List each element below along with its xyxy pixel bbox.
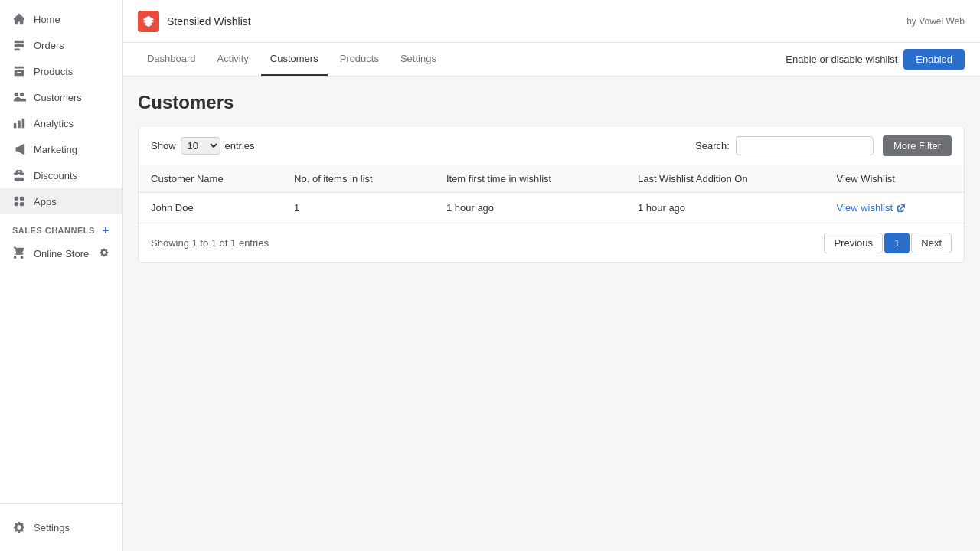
pagination-bar: Showing 1 to 1 of 1 entries Previous 1 N… [139,223,964,262]
sidebar-item-analytics[interactable]: Analytics [0,110,122,136]
col-items-count: No. of items in list [282,165,434,193]
orders-icon [12,38,26,52]
search-label: Search: [695,140,730,152]
products-icon [12,64,26,78]
sidebar-item-products-label: Products [34,66,73,77]
enable-toggle: Enable or disable wishlist Enabled [786,49,965,70]
external-link-icon [896,203,906,214]
sidebar: Home Orders Products Customers Analytics [0,0,122,551]
col-last-addition: Last Wishlist Addition On [626,165,825,193]
view-wishlist-link[interactable]: View wishlist [837,202,952,214]
page-1-button[interactable]: 1 [884,233,910,253]
sidebar-item-orders[interactable]: Orders [0,32,122,58]
cell-items-count: 1 [282,193,434,223]
nav-tabs: Dashboard Activity Customers Products Se… [138,43,446,76]
sidebar-item-apps[interactable]: Apps [0,188,122,214]
sales-channels-title: SALES CHANNELS + [0,214,122,240]
sidebar-footer-settings[interactable]: Settings [12,516,109,539]
sidebar-item-online-store[interactable]: Online Store [0,240,122,266]
sidebar-item-marketing-label: Marketing [34,144,77,155]
show-label: Show [151,140,176,152]
sidebar-item-discounts-label: Discounts [34,170,77,181]
sidebar-item-customers-label: Customers [34,92,82,103]
content-area: Customers Show 10 25 50 100 entries Sear [122,77,980,551]
sidebar-item-customers[interactable]: Customers [0,84,122,110]
table-row: John Doe 1 1 hour ago 1 hour ago View wi… [139,193,964,223]
table-header: Customer Name No. of items in list Item … [139,165,964,193]
search-box: Search: [695,136,874,155]
nav-tabs-bar: Dashboard Activity Customers Products Se… [122,43,980,77]
show-select[interactable]: 10 25 50 100 [181,137,220,155]
pagination-controls: Previous 1 Next [824,233,952,253]
sidebar-item-analytics-label: Analytics [34,118,74,129]
topbar-left: Stensiled Wishlist [138,11,251,32]
add-sales-channel-icon[interactable]: + [102,223,109,237]
sidebar-item-discounts[interactable]: Discounts [0,162,122,188]
customers-table: Customer Name No. of items in list Item … [139,165,964,223]
discounts-icon [12,168,26,182]
sidebar-item-home[interactable]: Home [0,6,122,32]
app-title: Stensiled Wishlist [167,15,251,28]
tab-products[interactable]: Products [331,43,388,76]
tab-dashboard[interactable]: Dashboard [138,43,205,76]
table-body: John Doe 1 1 hour ago 1 hour ago View wi… [139,193,964,223]
sidebar-footer-settings-label: Settings [34,522,70,533]
tab-customers[interactable]: Customers [261,43,328,76]
sidebar-item-online-store-label: Online Store [34,248,89,259]
sidebar-item-home-label: Home [34,14,60,25]
online-store-settings-icon[interactable] [99,247,109,260]
entries-label: entries [225,140,255,152]
sidebar-item-apps-label: Apps [34,196,57,207]
customers-icon [12,90,26,104]
analytics-icon [12,116,26,130]
topbar: Stensiled Wishlist by Vowel Web [122,0,980,43]
page-title: Customers [138,92,965,113]
enabled-button[interactable]: Enabled [903,49,965,70]
cell-first-time: 1 hour ago [434,193,626,223]
col-view-wishlist: View Wishlist [825,165,964,193]
sidebar-item-products[interactable]: Products [0,58,122,84]
sidebar-item-marketing[interactable]: Marketing [0,136,122,162]
pagination-info: Showing 1 to 1 of 1 entries [151,237,269,249]
app-logo [138,11,159,32]
show-entries: Show 10 25 50 100 entries [151,137,255,155]
apps-icon [12,194,26,208]
cell-customer-name: John Doe [139,193,282,223]
card-toolbar: Show 10 25 50 100 entries Search: More F… [139,126,964,165]
more-filter-button[interactable]: More Filter [883,135,952,156]
marketing-icon [12,142,26,156]
tab-settings[interactable]: Settings [391,43,446,76]
sidebar-item-orders-label: Orders [34,40,64,51]
topbar-by: by Vowel Web [906,16,965,27]
sidebar-nav: Home Orders Products Customers Analytics [0,0,122,503]
tab-activity[interactable]: Activity [208,43,258,76]
cell-last-addition: 1 hour ago [626,193,825,223]
cell-view-wishlist: View wishlist [825,193,964,223]
enable-label: Enable or disable wishlist [786,54,897,65]
settings-icon [12,520,26,534]
online-store-icon [12,246,26,260]
col-first-time: Item first time in wishlist [434,165,626,193]
main-content: Stensiled Wishlist by Vowel Web Dashboar… [122,0,980,551]
col-customer-name: Customer Name [139,165,282,193]
next-button[interactable]: Next [911,233,952,253]
search-input[interactable] [736,136,874,155]
previous-button[interactable]: Previous [824,233,883,253]
sidebar-footer: Settings [0,503,122,551]
customers-card: Show 10 25 50 100 entries Search: More F… [138,126,965,263]
home-icon [12,12,26,26]
